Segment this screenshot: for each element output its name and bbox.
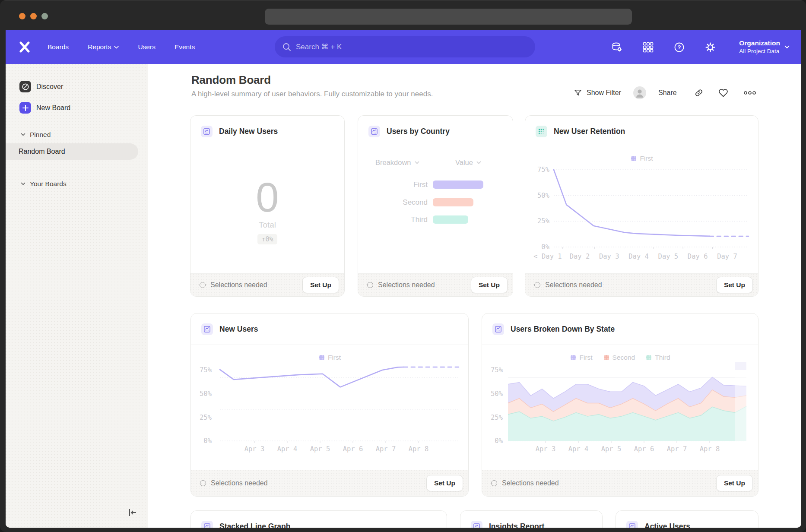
nav-icon-cluster: ?	[611, 30, 716, 64]
y-axis-label: 25%	[530, 218, 549, 225]
browser-window: BoardsReportsUsersEvents Search ⌘ + K	[0, 0, 806, 532]
sidebar-section-your-boards[interactable]: Your Boards	[21, 180, 67, 188]
selections-needed-status: Selections needed	[534, 281, 602, 289]
sidebar-item-new-board[interactable]: New Board	[19, 102, 70, 114]
x-axis-label: Day 7	[708, 253, 747, 260]
y-axis-label: 75%	[484, 367, 503, 374]
board-main: Random Board A high-level summary of use…	[148, 64, 801, 528]
retention-chart: First75%50%25%0%< Day 1Day 2Day 3Day 4Da…	[525, 116, 759, 297]
bar-label: Second	[403, 198, 428, 206]
help-icon[interactable]: ?	[673, 41, 685, 53]
set-up-button[interactable]: Set Up	[716, 277, 753, 293]
collapse-sidebar-icon[interactable]	[127, 507, 138, 518]
window-minimize-button[interactable]	[30, 13, 37, 19]
y-axis-label: 25%	[484, 414, 503, 421]
mixpanel-logo[interactable]	[19, 41, 30, 53]
insights-chart-icon	[626, 521, 638, 528]
org-switcher[interactable]: Organization All Project Data	[739, 30, 790, 64]
chevron-down-icon	[784, 45, 790, 49]
show-filter-button[interactable]: Show Filter	[587, 89, 621, 97]
sidebar-item-label: Discover	[36, 83, 63, 91]
chevron-down-icon	[21, 182, 25, 186]
app-frame: BoardsReportsUsersEvents Search ⌘ + K	[6, 30, 801, 528]
more-options-icon[interactable]	[744, 91, 756, 95]
window-close-button[interactable]	[19, 13, 25, 19]
data-settings-icon[interactable]	[611, 41, 623, 53]
nav-item-boards[interactable]: Boards	[48, 43, 69, 51]
set-up-button[interactable]: Set Up	[426, 475, 463, 491]
discover-icon	[22, 83, 29, 91]
metric-delta-badge: ↑0%	[257, 234, 277, 244]
status-circle-icon	[200, 480, 206, 486]
y-axis-label: 50%	[530, 192, 549, 199]
card-title: Active Users	[644, 522, 690, 528]
sidebar-section-pinned[interactable]: Pinned	[21, 131, 51, 139]
section-label: Your Boards	[30, 180, 67, 188]
card-title: Stacked Line Graph	[219, 522, 290, 528]
main-nav: BoardsReportsUsersEvents	[48, 30, 195, 64]
favorite-icon[interactable]	[718, 88, 728, 98]
card-users-by-country: Users by Country Breakdown Value FirstSe…	[358, 115, 513, 297]
board-actions: Show Filter Share	[574, 86, 756, 99]
sidebar-item-discover[interactable]: Discover	[19, 81, 63, 92]
card-new-users: New Users First75%50%25%0%Apr 3Apr 4Apr …	[190, 313, 469, 497]
share-button[interactable]: Share	[658, 89, 677, 97]
sidebar-item-label: Random Board	[19, 148, 65, 155]
bar-label: Third	[411, 215, 428, 224]
gear-icon[interactable]	[704, 41, 716, 53]
nav-item-reports[interactable]: Reports	[88, 43, 119, 51]
filter-icon	[574, 89, 582, 97]
insights-chart-icon	[201, 126, 213, 137]
page-title: Random Board	[191, 73, 271, 87]
copy-link-icon[interactable]	[694, 88, 704, 98]
top-navbar: BoardsReportsUsersEvents Search ⌘ + K	[6, 30, 801, 64]
status-circle-icon	[367, 282, 373, 288]
card-title: Users by Country	[387, 127, 450, 136]
card-new-user-retention: New User Retention First75%50%25%0%< Day…	[525, 115, 758, 297]
y-axis-label: 0%	[530, 244, 549, 250]
bar	[433, 215, 468, 224]
set-up-button[interactable]: Set Up	[302, 277, 339, 293]
metric-value: 0	[190, 180, 344, 214]
window-controls	[19, 13, 48, 19]
card-stacked-line-graph: Stacked Line Graph	[190, 510, 447, 528]
value-dropdown[interactable]: Value	[455, 158, 481, 167]
window-zoom-button[interactable]	[41, 13, 48, 19]
y-axis-label: 0%	[193, 437, 212, 444]
metric-block: 0 Total ↑0%	[190, 180, 344, 244]
status-circle-icon	[534, 282, 540, 288]
card-title: Daily New Users	[219, 127, 278, 136]
set-up-button[interactable]: Set Up	[716, 475, 753, 491]
x-axis-label: Apr 8	[690, 446, 729, 453]
breakdown-dropdown[interactable]: Breakdown	[375, 158, 419, 167]
nav-item-events[interactable]: Events	[175, 43, 195, 51]
insights-chart-icon	[471, 521, 482, 528]
y-axis-label: 50%	[484, 390, 503, 397]
section-label: Pinned	[30, 131, 51, 139]
country-row-second: Second	[358, 198, 513, 206]
y-axis-label: 75%	[193, 367, 212, 374]
chevron-down-icon	[415, 161, 419, 164]
search-input[interactable]: Search ⌘ + K	[275, 36, 535, 57]
page-subtitle: A high-level summary of user behaviors. …	[191, 90, 433, 98]
nav-item-users[interactable]: Users	[138, 43, 155, 51]
selections-needed-status: Selections needed	[200, 479, 268, 487]
set-up-button[interactable]: Set Up	[471, 277, 508, 293]
card-users-by-state: Users Broken Down By State FirstSecondTh…	[482, 313, 758, 497]
avatar[interactable]	[633, 86, 646, 99]
card-active-users: Active Users	[616, 510, 758, 528]
status-circle-icon	[491, 480, 497, 486]
apps-grid-icon[interactable]	[642, 41, 654, 53]
y-axis-label: 75%	[530, 166, 549, 173]
sidebar-item-label: New Board	[36, 104, 70, 112]
selections-needed-status: Selections needed	[491, 479, 559, 487]
selections-needed-status: Selections needed	[200, 281, 267, 289]
country-row-third: Third	[358, 215, 513, 224]
selections-needed-status: Selections needed	[367, 281, 435, 289]
card-insights-report: Insights Report	[460, 510, 603, 528]
sidebar-item-random-board[interactable]: Random Board	[6, 143, 138, 160]
y-axis-label: 0%	[484, 437, 503, 444]
browser-address-bar[interactable]	[265, 9, 632, 25]
svg-text:?: ?	[678, 44, 681, 51]
card-title: Insights Report	[489, 522, 544, 528]
